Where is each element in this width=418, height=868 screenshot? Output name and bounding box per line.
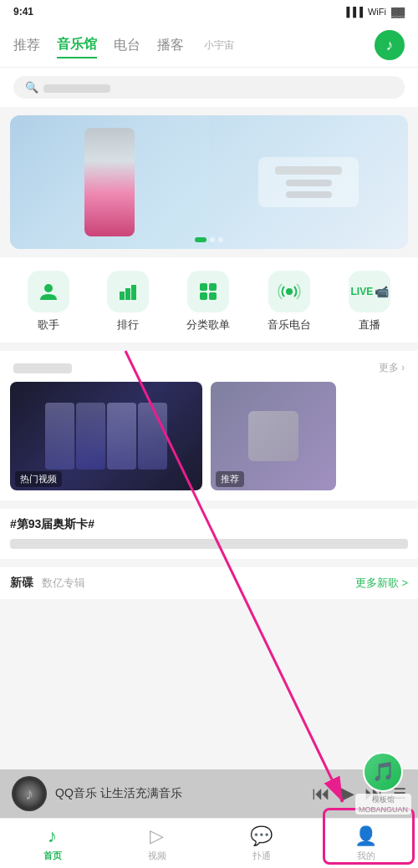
- home-label: 首页: [43, 850, 62, 862]
- dot-3: [218, 237, 223, 242]
- live-icon: LIVE 📹: [349, 271, 390, 312]
- social-icon: 💬: [250, 825, 273, 847]
- dot-1: [195, 237, 206, 242]
- video-section-more[interactable]: 更多 ›: [379, 361, 405, 375]
- nav-music-hall[interactable]: 音乐馆: [57, 33, 97, 58]
- banner-figure: [84, 128, 135, 236]
- watermark: 🎵 模板馆MOBANGUAN: [355, 752, 411, 815]
- svg-rect-3: [131, 285, 136, 300]
- nav-podcast[interactable]: 播客: [157, 33, 184, 58]
- playlist-label: 分类歌单: [186, 317, 230, 332]
- nav-radio[interactable]: 电台: [114, 33, 140, 58]
- sub-label: 小宇宙: [204, 38, 234, 53]
- battery-icon: ▓▓: [391, 7, 405, 17]
- now-playing-disc: ♪: [12, 776, 47, 811]
- radio-station-icon: [268, 271, 310, 312]
- video-card-large[interactable]: 热门视频: [10, 382, 202, 490]
- icon-live[interactable]: LIVE 📹 直播: [349, 271, 390, 332]
- live-label: 直播: [359, 317, 380, 332]
- banner-text-block: [258, 157, 359, 207]
- bottom-nav: ♪ 首页 ▷ 视频 💬 扑通 👤 我的: [0, 818, 418, 868]
- new-songs-label: 新碟: [10, 576, 33, 591]
- icon-playlist[interactable]: 分类歌单: [186, 271, 230, 332]
- prev-button[interactable]: ⏮: [312, 783, 330, 805]
- new-songs-more[interactable]: 更多新歌 >: [355, 576, 408, 591]
- banner-dots: [195, 237, 223, 242]
- video-row: 热门视频 推荐: [0, 382, 418, 500]
- playlist-icon: [187, 271, 229, 312]
- profile-label: 我的: [357, 850, 375, 862]
- search-icon: 🔍: [25, 81, 38, 94]
- svg-rect-2: [125, 288, 130, 300]
- dot-2: [210, 237, 215, 242]
- svg-point-8: [286, 288, 293, 295]
- video-large-label: 热门视频: [15, 471, 62, 487]
- icon-rank[interactable]: 排行: [107, 271, 149, 332]
- nav-social[interactable]: 💬 扑通: [209, 825, 314, 862]
- nav-recommend[interactable]: 推荐: [13, 33, 40, 58]
- video-people: [45, 403, 167, 470]
- sub-section: #第93届奥斯卡#: [0, 509, 418, 559]
- avatar-icon: ♪: [386, 37, 394, 54]
- icon-singer[interactable]: 歌手: [28, 271, 69, 332]
- new-songs-row: 新碟 数亿专辑 更多新歌 >: [0, 567, 418, 599]
- status-time: 9:41: [13, 6, 33, 18]
- nav-video[interactable]: ▷ 视频: [104, 825, 209, 862]
- social-label: 扑通: [252, 850, 271, 862]
- video-section-header: 更多 ›: [0, 351, 418, 382]
- watermark-text: 模板馆MOBANGUAN: [355, 794, 411, 815]
- singer-icon: [28, 271, 69, 312]
- video-small-label: 推荐: [216, 471, 244, 487]
- svg-point-0: [44, 284, 53, 292]
- radio-station-label: 音乐电台: [268, 317, 311, 332]
- new-songs-sub: 数亿专辑: [42, 576, 85, 591]
- wifi-icon: WiFi: [368, 7, 386, 17]
- icons-row: 歌手 排行 分类歌单: [0, 257, 418, 343]
- watermark-logo: 🎵: [363, 752, 403, 792]
- svg-rect-4: [200, 283, 207, 291]
- nav-profile[interactable]: 👤 我的: [314, 825, 418, 862]
- video-nav-label: 视频: [148, 850, 166, 862]
- search-input-wrap[interactable]: 🔍: [13, 76, 405, 99]
- disc-icon: ♪: [25, 784, 33, 804]
- top-nav: 推荐 音乐馆 电台 播客 小宇宙 ♪: [0, 23, 418, 68]
- play-button[interactable]: ▶: [340, 783, 354, 805]
- rank-label: 排行: [117, 317, 139, 332]
- home-icon: ♪: [48, 825, 57, 847]
- now-playing-title: QQ音乐 让生活充满音乐: [55, 786, 303, 801]
- banner-left: [10, 115, 209, 249]
- video-card-small[interactable]: 推荐: [211, 382, 336, 490]
- rank-icon: [107, 271, 149, 312]
- banner[interactable]: [10, 115, 408, 249]
- svg-rect-1: [120, 292, 125, 300]
- sub-section-title: #第93届奥斯卡#: [10, 517, 408, 532]
- nav-home[interactable]: ♪ 首页: [0, 825, 104, 862]
- status-icons: ▐▐▐ WiFi ▓▓: [344, 7, 405, 17]
- signal-icon: ▐▐▐: [344, 7, 363, 17]
- user-avatar[interactable]: ♪: [375, 30, 405, 60]
- status-bar: 9:41 ▐▐▐ WiFi ▓▓: [0, 0, 418, 23]
- banner-right: [209, 115, 408, 249]
- profile-icon: 👤: [354, 825, 377, 847]
- singer-label: 歌手: [38, 317, 59, 332]
- search-placeholder: [43, 81, 110, 94]
- svg-rect-6: [200, 292, 207, 300]
- svg-rect-5: [209, 283, 217, 291]
- search-bar: 🔍: [0, 68, 418, 107]
- icon-radio-station[interactable]: 音乐电台: [268, 271, 311, 332]
- svg-rect-7: [209, 292, 217, 300]
- video-nav-icon: ▷: [150, 825, 164, 847]
